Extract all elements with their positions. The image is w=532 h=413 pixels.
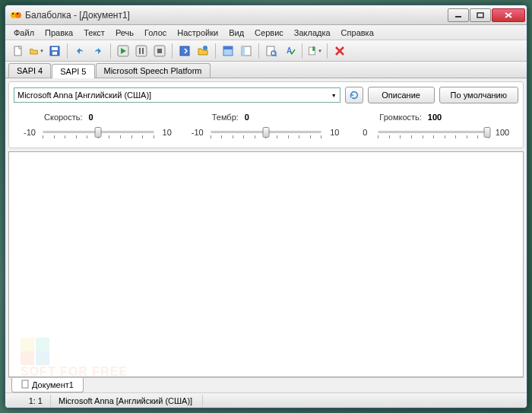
svg-rect-17 — [157, 49, 162, 53]
voice-dropdown[interactable]: Microsoft Anna [Английский (США)] ▼ — [14, 87, 340, 103]
svg-line-26 — [275, 55, 277, 56]
tab-sapi4[interactable]: SAPI 4 — [8, 63, 51, 78]
sidebar-toggle-icon[interactable] — [238, 43, 255, 59]
import-audio-icon[interactable] — [195, 43, 211, 59]
menu-help[interactable]: Справка — [336, 27, 379, 39]
pitch-value: 0 — [245, 113, 249, 122]
stop-icon[interactable] — [151, 43, 168, 59]
open-file-icon[interactable]: ▼ — [28, 43, 45, 59]
toolbar: ▼ A ▼ — [5, 40, 527, 62]
pitch-slider[interactable] — [211, 125, 322, 140]
speed-max: 10 — [159, 128, 176, 137]
document-tabs: Документ1 — [8, 377, 524, 392]
svg-point-3 — [17, 13, 18, 14]
menu-service[interactable]: Сервис — [249, 27, 289, 39]
svg-rect-11 — [52, 52, 57, 55]
document-icon — [21, 380, 29, 390]
window-title: Балаболка - [Документ1] — [25, 10, 447, 21]
undo-icon[interactable] — [71, 43, 88, 59]
status-spacer — [203, 399, 527, 402]
volume-slider-group: Громкость: 100 0 100 — [356, 113, 511, 140]
document-editor[interactable] — [8, 151, 524, 377]
volume-max: 100 — [494, 128, 511, 137]
menubar: Файл Правка Текст Речь Голос Настройки В… — [5, 25, 527, 40]
speed-slider-group: Скорость: 0 -10 10 — [21, 113, 176, 140]
menu-settings[interactable]: Настройки — [172, 27, 223, 39]
doc-tab-1[interactable]: Документ1 — [11, 378, 84, 392]
doc-tab-label: Документ1 — [32, 380, 74, 389]
pitch-max: 10 — [326, 128, 343, 137]
description-button[interactable]: Описание — [368, 87, 435, 103]
svg-rect-32 — [22, 380, 28, 388]
volume-min: 0 — [356, 128, 373, 137]
pause-icon[interactable] — [133, 43, 150, 59]
delete-icon[interactable] — [331, 43, 348, 59]
new-file-icon[interactable] — [10, 43, 27, 59]
volume-thumb[interactable] — [484, 127, 491, 138]
menu-speech[interactable]: Речь — [110, 27, 139, 39]
pitch-min: -10 — [189, 128, 206, 137]
svg-point-19 — [203, 46, 207, 50]
status-voice: Microsoft Anna [Английский (США)] — [51, 395, 203, 407]
maximize-button[interactable] — [470, 8, 491, 22]
svg-rect-14 — [139, 48, 141, 54]
menu-bookmark[interactable]: Закладка — [289, 27, 336, 39]
close-button[interactable] — [492, 8, 525, 22]
status-position: 1: 1 — [5, 395, 51, 407]
volume-slider[interactable] — [378, 125, 489, 140]
app-window: Балаболка - [Документ1] Файл Правка Текс… — [5, 5, 527, 408]
statusbar: 1: 1 Microsoft Anna [Английский (США)] — [5, 392, 527, 408]
svg-rect-21 — [223, 46, 233, 49]
svg-rect-10 — [52, 47, 58, 50]
dropdown-icon: ▼ — [331, 93, 337, 98]
svg-rect-5 — [477, 13, 483, 17]
menu-view[interactable]: Вид — [223, 27, 249, 39]
sapi-tabs: SAPI 4 SAPI 5 Microsoft Speech Platform — [5, 62, 527, 78]
pitch-thumb[interactable] — [263, 127, 270, 138]
export-audio-icon[interactable] — [176, 43, 193, 59]
speed-min: -10 — [21, 128, 38, 137]
refresh-voices-button[interactable] — [345, 87, 363, 103]
bookmark-icon[interactable]: ▼ — [306, 43, 323, 59]
app-icon — [10, 9, 22, 21]
tab-msspeech[interactable]: Microsoft Speech Platform — [96, 63, 211, 78]
speed-thumb[interactable] — [95, 127, 102, 138]
menu-edit[interactable]: Правка — [40, 27, 78, 39]
volume-value: 100 — [428, 113, 442, 122]
redo-icon[interactable] — [90, 43, 106, 59]
menu-text[interactable]: Текст — [78, 27, 110, 39]
speed-value: 0 — [89, 113, 93, 122]
voice-panel: Microsoft Anna [Английский (США)] ▼ Опис… — [8, 81, 524, 148]
menu-voice[interactable]: Голос — [139, 27, 172, 39]
titlebar[interactable]: Балаболка - [Документ1] — [5, 5, 527, 25]
save-file-icon[interactable] — [46, 43, 63, 59]
svg-rect-29 — [312, 46, 314, 51]
svg-rect-23 — [242, 46, 245, 56]
tab-sapi5[interactable]: SAPI 5 — [52, 64, 94, 78]
pitch-label: Тембр: — [212, 113, 239, 122]
speed-label: Скорость: — [44, 113, 83, 122]
play-icon[interactable] — [115, 43, 131, 59]
svg-rect-8 — [14, 46, 21, 56]
panel-toggle-icon[interactable] — [220, 43, 236, 59]
menu-file[interactable]: Файл — [8, 27, 40, 39]
svg-point-1 — [15, 12, 21, 18]
volume-label: Громкость: — [379, 113, 422, 122]
dictionary-icon[interactable] — [263, 43, 280, 59]
svg-rect-18 — [180, 46, 189, 56]
minimize-button[interactable] — [448, 8, 469, 22]
svg-point-2 — [12, 13, 14, 14]
pitch-slider-group: Тембр: 0 -10 10 — [189, 113, 344, 140]
default-button[interactable]: По умолчанию — [439, 87, 518, 103]
speed-slider[interactable] — [43, 125, 154, 140]
svg-rect-15 — [142, 48, 144, 54]
svg-rect-13 — [136, 46, 147, 56]
voice-selected-text: Microsoft Anna [Английский (США)] — [17, 91, 151, 100]
spellcheck-icon[interactable]: A — [281, 43, 298, 59]
